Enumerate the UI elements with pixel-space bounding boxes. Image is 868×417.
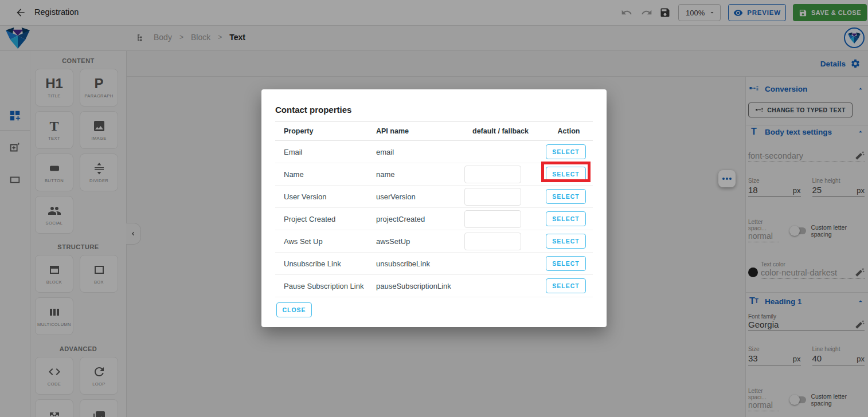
select-button-email[interactable]: SELECT xyxy=(546,144,586,159)
contact-properties-dialog: Contact properties Property API name def… xyxy=(261,89,607,327)
select-button-unsubscribelink[interactable]: SELECT xyxy=(546,256,586,271)
dialog-title: Contact properties xyxy=(275,89,593,122)
table-row: User Version userVersion SELECT xyxy=(275,186,593,208)
api-name: email xyxy=(367,148,453,156)
api-name: name xyxy=(367,170,453,179)
default-fallback-input-awssetup[interactable] xyxy=(464,233,521,250)
close-dialog-button[interactable]: CLOSE xyxy=(276,302,312,317)
api-name: awsSetUp xyxy=(367,237,453,246)
table-row: Aws Set Up awsSetUp SELECT xyxy=(275,230,593,253)
property-name: Pause Subscription Link xyxy=(275,282,367,290)
select-button-awssetup[interactable]: SELECT xyxy=(546,234,586,249)
select-button-userversion[interactable]: SELECT xyxy=(546,189,586,204)
property-name: User Version xyxy=(275,192,367,201)
default-fallback-input-name[interactable] xyxy=(464,166,521,183)
select-button-projectcreated[interactable]: SELECT xyxy=(546,211,586,226)
property-name: Unsubscribe Link xyxy=(275,259,367,268)
col-api-name: API name xyxy=(367,127,453,135)
property-name: Email xyxy=(275,148,367,156)
api-name: userVersion xyxy=(367,192,453,201)
table-row: Name name SELECT xyxy=(275,163,593,186)
select-button-name[interactable]: SELECT xyxy=(546,167,586,182)
table-row: Pause Subscription Link pauseSubscriptio… xyxy=(275,275,593,297)
col-property: Property xyxy=(275,127,367,135)
table-header-row: Property API name default / fallback Act… xyxy=(275,122,593,141)
api-name: projectCreated xyxy=(367,215,453,223)
col-action: Action xyxy=(545,127,593,135)
table-row: Unsubscribe Link unsubscribeLink SELECT xyxy=(275,253,593,275)
table-row: Email email SELECT xyxy=(275,141,593,163)
default-fallback-input-userversion[interactable] xyxy=(464,188,521,206)
api-name: pauseSubscriptionLink xyxy=(367,282,453,290)
table-row: Project Created projectCreated SELECT xyxy=(275,208,593,230)
property-name: Project Created xyxy=(275,215,367,223)
api-name: unsubscribeLink xyxy=(367,259,453,268)
property-name: Aws Set Up xyxy=(275,237,367,246)
select-button-pausesubscriptionlink[interactable]: SELECT xyxy=(546,278,586,293)
default-fallback-input-projectcreated[interactable] xyxy=(464,210,521,228)
property-name: Name xyxy=(275,170,367,179)
col-default-fallback: default / fallback xyxy=(453,127,545,135)
